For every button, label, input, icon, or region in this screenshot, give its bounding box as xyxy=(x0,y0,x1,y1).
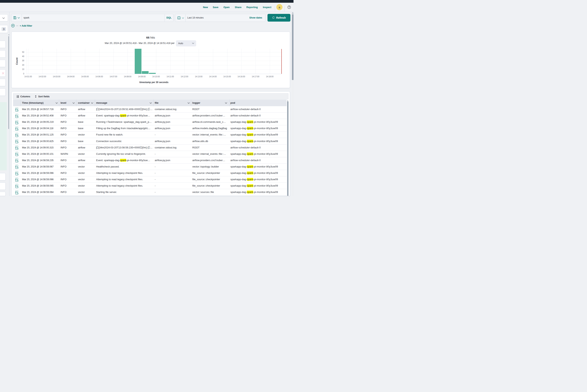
svg-text:?: ? xyxy=(288,6,290,8)
